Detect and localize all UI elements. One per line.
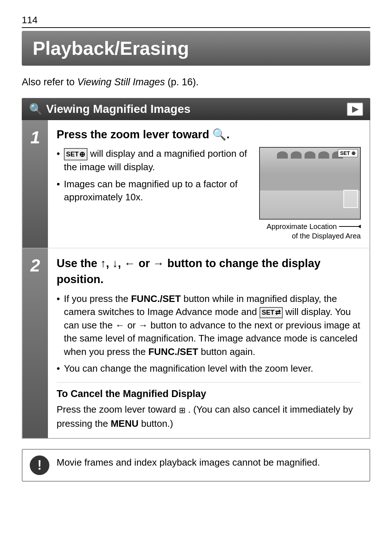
step-2-bullets: If you press the FUNC./SET button while … (57, 292, 361, 375)
func-set-bold: FUNC./SET (131, 293, 181, 304)
beach-photo: SET ⊕ (259, 147, 361, 220)
zoom-search-icon: 🔍 (212, 128, 226, 141)
intro-link-text: Viewing Still Images (77, 77, 165, 87)
step-2-number: 2 (23, 248, 48, 438)
caption-line-1: Approximate Location (259, 222, 361, 231)
caption-line-2: of the Displayed Area (259, 231, 361, 241)
cancel-heading: To Cancel the Magnified Display (57, 388, 361, 400)
umbrella-3 (305, 151, 315, 159)
arrow-right-icon: → (153, 257, 164, 270)
step-2-heading: Use the ↑, ↓, ← or → button to change th… (57, 255, 361, 287)
caption-arrow (339, 226, 361, 227)
caption-text-2: of the Displayed Area (292, 232, 361, 240)
warning-box: ! Movie frames and index playback images… (22, 449, 370, 482)
section-title-text: Viewing Magnified Images (46, 102, 191, 116)
umbrella-4 (318, 151, 329, 159)
intro-prefix: Also refer to (22, 77, 77, 87)
step-1-heading-text: Press the zoom lever toward (57, 128, 209, 141)
warning-text: Movie frames and index playback images c… (57, 455, 320, 470)
step-2: 2 Use the ↑, ↓, ← or → button to change … (23, 248, 369, 438)
playback-mode-icon: ▶ (347, 103, 363, 116)
arrow-up-icon: ↑ (101, 257, 106, 270)
step-1-text: SET ⊕ will display and a magnified porti… (57, 147, 252, 207)
bullet-text-before: If you press the (64, 293, 131, 304)
magnify-sym: ⊕ (79, 149, 85, 159)
set-inline-2: SET ⇄ (260, 307, 283, 318)
cancel-text: Press the zoom lever toward ⊞ . (You can… (57, 402, 361, 431)
page-number: 114 (22, 15, 370, 28)
set-text: SET (66, 150, 79, 159)
section-header: 🔍 Viewing Magnified Images ▶ (22, 98, 370, 120)
step-1-bullet-2: Images can be magnified up to a factor o… (57, 177, 252, 204)
step-1-bullet-1: SET ⊕ will display and a magnified porti… (57, 147, 252, 174)
advance-sym: ⇄ (275, 308, 281, 317)
step-1-heading: Press the zoom lever toward 🔍. (57, 127, 361, 142)
arrow-left-icon: ← (124, 257, 135, 270)
cancel-section: To Cancel the Magnified Display Press th… (57, 382, 361, 431)
func-set-bold-2: FUNC./SET (148, 346, 198, 357)
step-1-bullets: SET ⊕ will display and a magnified porti… (57, 147, 252, 204)
step-2-or: or (139, 257, 153, 270)
intro-text: Also refer to Viewing Still Images (p. 1… (22, 77, 370, 88)
cancel-text-before: Press the zoom lever toward (57, 404, 179, 415)
section-title: 🔍 Viewing Magnified Images (29, 102, 191, 116)
bullet-2-text-2: You can change the magnification level w… (64, 363, 313, 374)
step-2-content: Use the ↑, ↓, ← or → button to change th… (48, 248, 369, 438)
set-badge-inline: SET ⊕ (64, 148, 87, 160)
umbrella-2 (291, 151, 302, 159)
step-1-inner: SET ⊕ will display and a magnified porti… (57, 147, 361, 241)
step-2-bullet-2: You can change the magnification level w… (57, 362, 361, 375)
content-box: 1 Press the zoom lever toward 🔍. SET ⊕ (22, 120, 370, 439)
bullet-text-end: button again. (201, 346, 255, 357)
location-indicator-box (343, 190, 358, 208)
step-1: 1 Press the zoom lever toward 🔍. SET ⊕ (23, 120, 369, 248)
warning-icon: ! (30, 455, 49, 475)
step-2-use-the: Use the (57, 257, 101, 270)
set-badge: SET ⊕ (338, 149, 358, 157)
caption-text-1: Approximate Location (267, 222, 337, 231)
bullet-2-text: Images can be magnified up to a factor o… (64, 179, 237, 203)
step-1-content: Press the zoom lever toward 🔍. SET ⊕ wil… (48, 120, 369, 248)
image-caption: Approximate Location of the Displayed Ar… (259, 222, 361, 241)
set-text-2: SET (262, 308, 274, 317)
intro-page-ref: (p. 16). (168, 77, 199, 87)
arrow-down-icon: ↓ (112, 257, 118, 270)
search-icon: 🔍 (29, 103, 42, 115)
comma-2: , (118, 257, 124, 270)
grid-icon: ⊞ (179, 404, 185, 416)
step-1-image-area: SET ⊕ (259, 147, 361, 241)
warning-symbol: ! (37, 458, 42, 473)
umbrella-1 (277, 151, 288, 159)
chapter-header: Playback/Erasing (22, 31, 370, 66)
bullet-1-text: will display and a magnified portion of … (64, 148, 247, 172)
step-1-number: 1 (23, 120, 48, 248)
viewing-section: 🔍 Viewing Magnified Images ▶ 1 Press the… (22, 98, 370, 439)
step-2-bullet-1: If you press the FUNC./SET button while … (57, 292, 361, 358)
cancel-text-end: button.) (141, 418, 173, 429)
menu-bold: MENU (111, 418, 139, 429)
comma-1: , (106, 257, 112, 270)
